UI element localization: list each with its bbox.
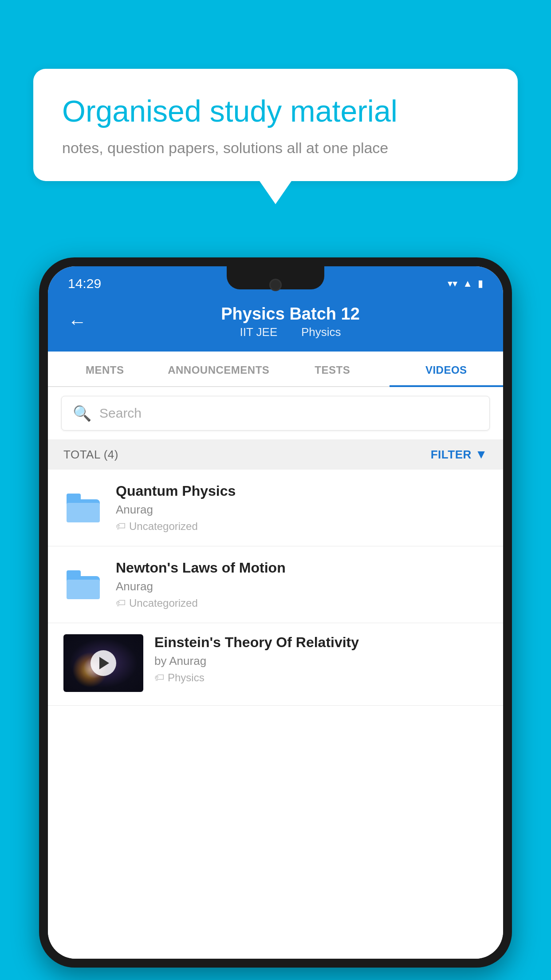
item-info-newton: Newton's Laws of Motion Anurag 🏷 Uncateg… [116,560,488,609]
speech-bubble: Organised study material notes, question… [33,69,518,181]
item-icon-quantum [63,488,102,527]
filter-icon: ▼ [475,447,488,462]
total-count-label: TOTAL (4) [63,448,118,462]
item-author: by Anurag [154,654,488,668]
filter-bar: TOTAL (4) FILTER ▼ [48,439,503,470]
play-icon [99,657,109,669]
status-time: 14:29 [68,276,101,291]
tag-label: Uncategorized [129,597,198,609]
back-button[interactable]: ← [68,311,87,332]
content-list: Quantum Physics Anurag 🏷 Uncategorized [48,470,503,959]
tab-announcements[interactable]: ANNOUNCEMENTS [162,352,276,386]
list-item[interactable]: Einstein's Theory Of Relativity by Anura… [48,623,503,706]
tab-tests-label: TESTS [315,364,350,376]
signal-icon: ▲ [463,278,472,289]
tabs-bar: MENTS ANNOUNCEMENTS TESTS VIDEOS [48,352,503,387]
app-bar-title-section: Physics Batch 12 IIT JEE Physics [98,304,483,339]
search-icon: 🔍 [73,404,91,422]
tag-label: Physics [168,672,205,684]
item-author: Anurag [116,503,488,517]
app-bar: ← Physics Batch 12 IIT JEE Physics [48,296,503,352]
item-title: Quantum Physics [116,483,488,499]
filter-button[interactable]: FILTER ▼ [431,447,488,462]
item-tag: 🏷 Uncategorized [116,520,488,533]
item-tag: 🏷 Physics [154,672,488,684]
video-thumbnail [63,634,143,692]
app-bar-subtitle: IIT JEE Physics [98,325,483,339]
tab-videos-label: VIDEOS [425,364,467,376]
speech-bubble-subtitle: notes, question papers, solutions all at… [62,139,489,157]
tab-ments[interactable]: MENTS [48,352,162,386]
folder-tab [67,570,81,577]
phone-mockup: 14:29 ▾▾ ▲ ▮ ← Physics Batch 12 IIT JEE … [39,257,512,980]
phone-notch [227,266,324,289]
item-title: Newton's Laws of Motion [116,560,488,576]
phone-screen: 14:29 ▾▾ ▲ ▮ ← Physics Batch 12 IIT JEE … [48,266,503,959]
list-item[interactable]: Newton's Laws of Motion Anurag 🏷 Uncateg… [48,546,503,623]
battery-icon: ▮ [478,278,483,289]
item-tag: 🏷 Uncategorized [116,597,488,609]
speech-bubble-title: Organised study material [62,93,489,130]
search-container: 🔍 Search [48,387,503,439]
folder-tab [67,494,81,501]
subtitle-physics: Physics [301,325,341,339]
folder-icon [67,570,100,599]
app-bar-title: Physics Batch 12 [98,304,483,324]
subtitle-iitjee: IIT JEE [240,325,277,339]
subtitle-separator [287,325,294,339]
item-info-einstein: Einstein's Theory Of Relativity by Anura… [154,634,488,684]
item-info-quantum: Quantum Physics Anurag 🏷 Uncategorized [116,483,488,533]
folder-front [67,580,100,599]
status-icons: ▾▾ ▲ ▮ [448,278,483,289]
item-title: Einstein's Theory Of Relativity [154,634,488,651]
filter-label: FILTER [431,448,472,462]
wifi-icon: ▾▾ [448,278,457,289]
tag-label: Uncategorized [129,520,198,533]
folder-icon [67,494,100,522]
folder-front [67,503,100,522]
tag-icon: 🏷 [116,521,126,532]
list-item[interactable]: Quantum Physics Anurag 🏷 Uncategorized [48,470,503,546]
tab-ments-label: MENTS [86,364,124,376]
tab-tests[interactable]: TESTS [276,352,390,386]
search-bar[interactable]: 🔍 Search [61,396,490,431]
front-camera [269,279,282,291]
phone-outer: 14:29 ▾▾ ▲ ▮ ← Physics Batch 12 IIT JEE … [39,257,512,968]
tag-icon: 🏷 [116,597,126,609]
item-icon-newton [63,565,102,604]
search-placeholder: Search [99,406,142,421]
tag-icon: 🏷 [154,672,164,684]
item-author: Anurag [116,580,488,593]
tab-videos[interactable]: VIDEOS [390,352,504,386]
play-button[interactable] [91,650,116,676]
tab-announcements-label: ANNOUNCEMENTS [168,364,269,376]
